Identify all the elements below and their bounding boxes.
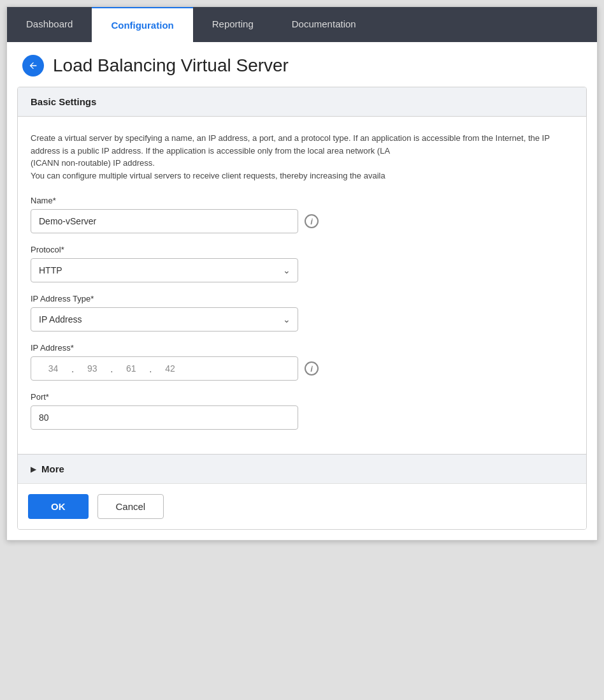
main-window: Dashboard Configuration Reporting Docume… (6, 6, 598, 541)
ip-address-type-field-group: IP Address Type* IP Address Any Subnet I… (31, 294, 573, 332)
name-field-group: Name* i (31, 196, 573, 233)
ip-dot-2: . (110, 363, 113, 374)
ip-address-info-icon[interactable]: i (305, 361, 319, 376)
name-input[interactable] (31, 209, 298, 233)
ip-address-input-wrapper: . . . i (31, 356, 573, 381)
ip-address-field-group: IP Address* . . . i (31, 343, 573, 381)
tab-reporting[interactable]: Reporting (193, 7, 273, 42)
port-field-group: Port* (31, 392, 573, 430)
back-icon (28, 61, 38, 71)
port-input[interactable] (31, 405, 298, 430)
protocol-select[interactable]: HTTP HTTPS TCP UDP SSL FTP (31, 258, 298, 282)
ip-address-type-label: IP Address Type* (31, 294, 573, 303)
protocol-field-group: Protocol* HTTP HTTPS TCP UDP SSL FTP ⌄ (31, 245, 573, 282)
page-content: Load Balancing Virtual Server Basic Sett… (7, 42, 597, 530)
name-info-icon[interactable]: i (305, 214, 319, 228)
ip-octet-3[interactable] (117, 363, 145, 374)
more-expand-icon: ▶ (31, 465, 36, 474)
protocol-label: Protocol* (31, 245, 573, 254)
more-label: More (41, 463, 64, 474)
protocol-select-wrapper: HTTP HTTPS TCP UDP SSL FTP ⌄ (31, 258, 298, 282)
back-button[interactable] (22, 55, 44, 77)
tab-bar: Dashboard Configuration Reporting Docume… (7, 7, 597, 42)
port-label: Port* (31, 392, 573, 402)
ip-octet-2[interactable] (78, 363, 106, 374)
ok-button[interactable]: OK (28, 494, 89, 519)
page-title: Load Balancing Virtual Server (53, 55, 289, 76)
name-label: Name* (31, 196, 573, 205)
cancel-button[interactable]: Cancel (97, 494, 164, 519)
ip-dot-3: . (149, 363, 152, 374)
form-body: Create a virtual server by specifying a … (18, 117, 586, 454)
ip-address-type-select-wrapper: IP Address Any Subnet IP ⌄ (31, 307, 298, 332)
tab-documentation[interactable]: Documentation (273, 7, 375, 42)
ip-octet-4[interactable] (156, 363, 185, 374)
tab-dashboard[interactable]: Dashboard (7, 7, 92, 42)
ip-dot-1: . (71, 363, 74, 374)
section-header: Basic Settings (18, 87, 586, 117)
ip-input-box: . . . (31, 356, 298, 381)
form-card: Basic Settings Create a virtual server b… (17, 87, 587, 530)
footer-bar: OK Cancel (18, 483, 586, 529)
ip-address-label: IP Address* (31, 343, 573, 353)
page-title-row: Load Balancing Virtual Server (7, 42, 597, 87)
name-input-wrapper: i (31, 209, 573, 233)
ip-address-type-select[interactable]: IP Address Any Subnet IP (31, 307, 298, 332)
ip-octet-1[interactable] (39, 363, 68, 374)
more-section[interactable]: ▶ More (18, 454, 586, 483)
description-text: Create a virtual server by specifying a … (31, 132, 573, 182)
tab-configuration[interactable]: Configuration (92, 7, 192, 42)
